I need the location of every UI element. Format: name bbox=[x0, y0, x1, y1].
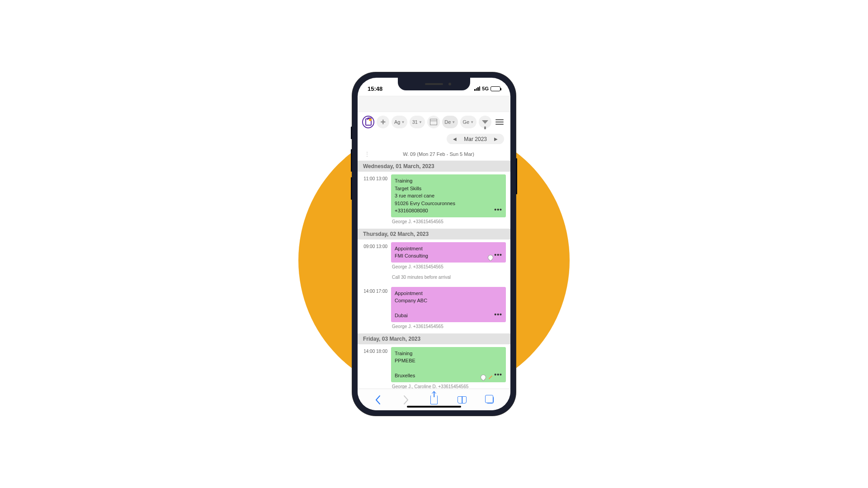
share-icon bbox=[430, 395, 438, 404]
week-label: W. 09 (Mon 27 Feb - Sun 5 Mar) bbox=[371, 151, 506, 157]
event-card[interactable]: TrainingTarget Skills3 rue marcel cane91… bbox=[391, 174, 506, 217]
edit-icon[interactable] bbox=[488, 375, 493, 380]
calendar-icon bbox=[430, 119, 437, 125]
event-more-button[interactable]: ••• bbox=[494, 250, 502, 260]
date-select-dropdown[interactable]: 31▼ bbox=[410, 116, 425, 128]
event-text-line bbox=[395, 305, 502, 312]
event-row: 14:00 17:00AppointmentCompany ABC Dubai•… bbox=[358, 284, 510, 333]
event-time: 09:00 13:00 bbox=[362, 242, 387, 283]
view-agenda-dropdown[interactable]: Ag▼ bbox=[392, 116, 407, 128]
day-header: Thursday, 02 March, 2023 bbox=[358, 229, 510, 239]
event-card[interactable]: TrainingPPMEBE Bruxelles••• bbox=[391, 347, 506, 382]
browser-back-button[interactable] bbox=[370, 392, 386, 408]
app-logo-icon[interactable] bbox=[362, 116, 374, 128]
home-indicator[interactable] bbox=[407, 406, 461, 408]
side-button-mute bbox=[351, 127, 352, 139]
de-dropdown[interactable]: De▼ bbox=[442, 116, 458, 128]
tabs-icon bbox=[486, 396, 494, 404]
event-meta: George J. +33615454565 bbox=[391, 322, 506, 333]
event-more-button[interactable]: ••• bbox=[494, 370, 502, 380]
agenda-content[interactable]: ⋮ W. 09 (Mon 27 Feb - Sun 5 Mar) Wednesd… bbox=[358, 148, 510, 389]
event-text-line: FMI Consulting bbox=[395, 252, 502, 260]
app-toolbar: + Ag▼ 31▼ De▼ Ge▼ bbox=[358, 112, 510, 132]
event-row: 09:00 13:00AppointmentFMI Consulting•••G… bbox=[358, 239, 510, 284]
event-more-button[interactable]: ••• bbox=[494, 205, 502, 215]
month-navigation: ◀ Mar 2023 ▶ bbox=[358, 132, 510, 148]
filter-button[interactable] bbox=[479, 116, 491, 128]
chevron-down-icon: ▼ bbox=[470, 120, 474, 124]
prev-month-button[interactable]: ◀ bbox=[451, 136, 458, 142]
plus-icon: + bbox=[380, 117, 386, 127]
menu-button[interactable] bbox=[494, 116, 506, 128]
chevron-down-icon: ▼ bbox=[419, 120, 422, 124]
browser-tabs-button[interactable] bbox=[482, 392, 498, 408]
chevron-left-icon bbox=[375, 395, 381, 405]
event-meta: Call 30 minutes before arrival bbox=[391, 273, 506, 283]
chevron-down-icon: ▼ bbox=[401, 120, 405, 124]
event-text-line: Target Skills bbox=[395, 185, 502, 192]
event-time: 14:00 18:00 bbox=[362, 347, 387, 389]
day-header: Friday, 03 March, 2023 bbox=[358, 333, 510, 344]
event-text-line: PPMEBE bbox=[395, 357, 502, 365]
event-text-line: +33160808080 bbox=[395, 207, 502, 215]
event-text-line bbox=[395, 365, 502, 372]
side-button-volume-down bbox=[351, 177, 352, 200]
battery-icon bbox=[491, 86, 500, 91]
side-button-volume-up bbox=[351, 149, 352, 172]
status-time: 15:48 bbox=[368, 85, 382, 92]
drag-handle-icon[interactable]: ⋮ bbox=[362, 150, 371, 158]
side-button-power bbox=[516, 158, 517, 194]
calendar-button[interactable] bbox=[427, 116, 440, 128]
event-text-line: 91026 Evry Courcouronnes bbox=[395, 200, 502, 207]
event-time: 11:00 13:00 bbox=[362, 174, 387, 228]
event-card[interactable]: AppointmentFMI Consulting••• bbox=[391, 242, 506, 263]
month-label[interactable]: Mar 2023 bbox=[464, 136, 487, 142]
event-meta: George J. +33615454565 bbox=[391, 263, 506, 273]
event-text-line: Company ABC bbox=[395, 297, 502, 305]
comment-icon[interactable] bbox=[487, 253, 495, 261]
event-text-line: Dubai bbox=[395, 312, 502, 319]
signal-icon bbox=[474, 86, 480, 91]
phone-notch bbox=[398, 78, 470, 90]
chevron-down-icon: ▼ bbox=[452, 120, 455, 124]
event-text-line: Appointment bbox=[395, 290, 502, 297]
event-row: 14:00 18:00TrainingPPMEBE Bruxelles•••Ge… bbox=[358, 344, 510, 389]
event-text-line: Appointment bbox=[395, 245, 502, 253]
event-meta: George J., Caroline D. +33615454565 bbox=[391, 382, 506, 389]
book-icon bbox=[458, 396, 467, 404]
event-more-button[interactable]: ••• bbox=[494, 310, 502, 319]
network-label: 5G bbox=[482, 86, 489, 91]
event-row: 11:00 13:00TrainingTarget Skills3 rue ma… bbox=[358, 172, 510, 229]
funnel-icon bbox=[482, 120, 488, 124]
event-text-line: 3 rue marcel cane bbox=[395, 192, 502, 200]
ge-dropdown[interactable]: Ge▼ bbox=[460, 116, 476, 128]
day-header: Wednesday, 01 March, 2023 bbox=[358, 161, 510, 172]
add-button[interactable]: + bbox=[377, 116, 389, 128]
event-time: 14:00 17:00 bbox=[362, 287, 387, 333]
next-month-button[interactable]: ▶ bbox=[492, 136, 500, 142]
week-header-row: ⋮ W. 09 (Mon 27 Feb - Sun 5 Mar) bbox=[358, 148, 510, 161]
browser-url-area[interactable] bbox=[358, 96, 510, 112]
comment-icon[interactable] bbox=[480, 373, 487, 381]
event-text-line: Training bbox=[395, 177, 502, 185]
event-text-line: Training bbox=[395, 350, 502, 357]
event-card[interactable]: AppointmentCompany ABC Dubai••• bbox=[391, 287, 506, 322]
event-meta: George J. +33615454565 bbox=[391, 217, 506, 228]
phone-frame: 15:48 5G + Ag▼ 31▼ De▼ Ge▼ ◀ Mar 20 bbox=[352, 72, 516, 416]
chevron-right-icon bbox=[403, 395, 409, 405]
browser-bookmarks-button[interactable] bbox=[454, 392, 470, 408]
browser-forward-button[interactable] bbox=[398, 392, 414, 408]
browser-share-button[interactable] bbox=[426, 392, 442, 408]
